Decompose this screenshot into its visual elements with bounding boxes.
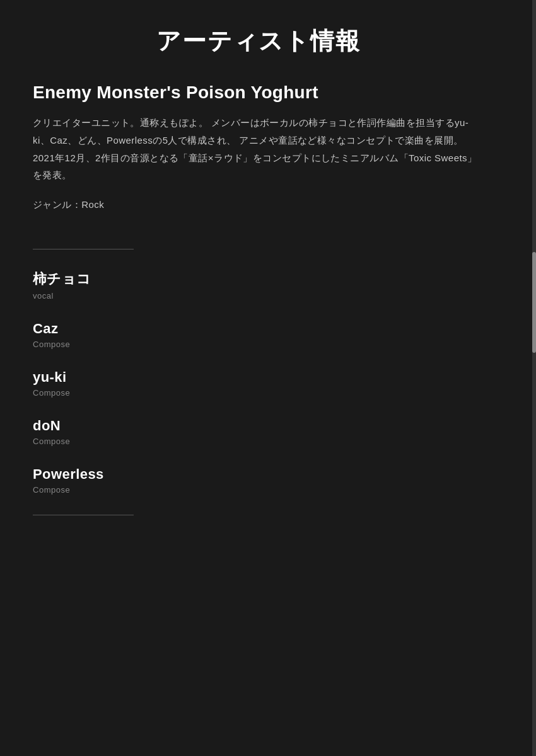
list-item: 柿チョコvocal (33, 270, 484, 301)
scrollbar-track[interactable] (532, 0, 536, 756)
scrollbar-thumb[interactable] (532, 252, 536, 353)
member-name: Caz (33, 321, 484, 337)
artist-description: クリエイターユニット。通称えもぽよ。 メンバーはボーカルの柿チョコと作詞作編曲を… (33, 114, 484, 184)
member-role: Compose (33, 437, 484, 446)
member-role: vocal (33, 291, 484, 301)
member-list: 柿チョコvocalCazComposeyu-kiComposedoNCompos… (33, 270, 484, 495)
genre-label: ジャンル：Rock (33, 199, 484, 211)
bottom-divider (33, 515, 134, 515)
page-container: アーティスト情報 Enemy Monster's Poison Yoghurt … (0, 0, 517, 541)
section-divider (33, 249, 134, 249)
list-item: PowerlessCompose (33, 466, 484, 495)
member-role: Compose (33, 340, 484, 349)
member-name: doN (33, 418, 484, 434)
member-name: 柿チョコ (33, 270, 484, 289)
page-title: アーティスト情報 (33, 25, 484, 57)
member-name: yu-ki (33, 369, 484, 386)
list-item: doNCompose (33, 418, 484, 446)
list-item: CazCompose (33, 321, 484, 349)
list-item: yu-kiCompose (33, 369, 484, 398)
member-role: Compose (33, 388, 484, 398)
member-name: Powerless (33, 466, 484, 483)
member-role: Compose (33, 485, 484, 495)
artist-name: Enemy Monster's Poison Yoghurt (33, 83, 484, 103)
